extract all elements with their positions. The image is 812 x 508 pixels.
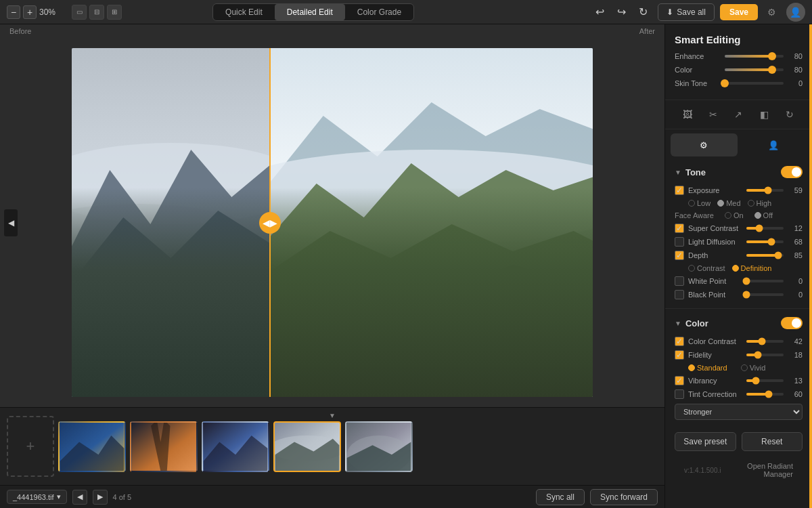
tint-correction-checkbox[interactable]	[675, 389, 684, 399]
radio-low[interactable]: Low	[688, 199, 710, 207]
exposure-value: 59	[788, 186, 803, 194]
tab-quick-edit[interactable]: Quick Edit	[213, 4, 275, 20]
zoom-out-button[interactable]: −	[7, 5, 20, 19]
radio-standard[interactable]: Standard	[688, 364, 727, 372]
white-point-checkbox[interactable]	[675, 276, 684, 286]
fidelity-slider[interactable]	[746, 354, 784, 356]
color-smart-value: 80	[788, 66, 803, 74]
add-image-button[interactable]: +	[7, 416, 54, 477]
redo-button[interactable]: ↪	[612, 3, 631, 22]
thumbnail-2[interactable]	[130, 421, 198, 472]
grid-view-icon[interactable]: ⊞	[107, 5, 122, 20]
tint-correction-label: Tint Correction	[688, 390, 742, 398]
single-view-icon[interactable]: ▭	[72, 5, 87, 20]
fidelity-label: Fidelity	[688, 351, 742, 359]
radio-definition[interactable]: Definition	[732, 264, 772, 272]
light-diffusion-label: Light Diffusion	[688, 238, 742, 246]
color-smart-slider[interactable]	[725, 68, 784, 71]
light-diffusion-checkbox[interactable]	[675, 237, 684, 247]
radio-high[interactable]: High	[748, 199, 772, 207]
color-section-header[interactable]: ▼ Color	[665, 312, 812, 335]
radio-contrast-dot	[688, 265, 695, 272]
filmstrip-collapse-arrow[interactable]: ▼	[329, 412, 336, 419]
svg-marker-4	[72, 211, 270, 397]
vibrancy-label: Vibrancy	[688, 377, 742, 385]
svg-marker-8	[270, 102, 593, 285]
strength-dropdown[interactable]: Stronger	[675, 404, 803, 420]
tone-section-header[interactable]: ▼ Tone	[665, 161, 812, 184]
right-panel: Smart Editing Enhance 80 Color 80	[664, 24, 812, 508]
color-toggle-knob	[792, 318, 801, 328]
before-label: Before	[9, 27, 31, 35]
skin-tone-slider[interactable]	[725, 82, 784, 85]
face-aware-off[interactable]: Off	[754, 211, 773, 219]
panel-collapse-button[interactable]: ◀	[4, 209, 18, 236]
split-image-view: ◀▶	[72, 48, 593, 397]
zoom-controls: − + 30%	[7, 5, 64, 19]
depth-radio-row: Contrast Definition	[665, 262, 812, 274]
radio-standard-label: Standard	[697, 364, 727, 372]
sync-forward-button[interactable]: Sync forward	[590, 489, 658, 505]
light-diffusion-slider[interactable]	[746, 240, 784, 243]
settings-icon[interactable]: ⚙	[763, 3, 781, 21]
color-toggle[interactable]	[781, 317, 803, 329]
tab-detailed-edit[interactable]: Detailed Edit	[275, 4, 345, 20]
face-aware-label: Face Aware	[675, 211, 714, 219]
tone-toggle[interactable]	[781, 166, 803, 178]
sync-icon[interactable]: ↻	[781, 106, 798, 123]
prev-image-button[interactable]: ◀	[72, 490, 87, 505]
enhance-value: 80	[788, 52, 803, 60]
tab-portrait[interactable]: 👤	[740, 133, 807, 156]
main-area: Before After ◀	[0, 24, 812, 508]
undo-button[interactable]: ↩	[590, 3, 609, 22]
refresh-button[interactable]: ↻	[633, 3, 652, 22]
split-view-icon[interactable]: ⊟	[89, 5, 104, 20]
radio-vivid[interactable]: Vivid	[741, 364, 766, 372]
black-point-checkbox[interactable]	[675, 290, 684, 299]
crop-icon[interactable]: ✂	[704, 106, 722, 123]
image-icon[interactable]: 🖼	[679, 106, 696, 123]
vibrancy-slider[interactable]	[746, 379, 784, 382]
radio-low-dot	[688, 200, 695, 207]
thumbnail-4[interactable]	[273, 421, 341, 472]
export-icon[interactable]: ↗	[729, 106, 747, 123]
save-all-button[interactable]: ⬇ Save all	[658, 3, 715, 21]
before-image	[72, 48, 270, 397]
sync-all-button[interactable]: Sync all	[536, 489, 585, 505]
zoom-in-button[interactable]: +	[23, 5, 37, 19]
depth-checkbox[interactable]: ✓	[675, 251, 684, 260]
color-contrast-checkbox[interactable]: ✓	[675, 337, 684, 346]
smart-edit-section: Enhance 80 Color 80 Skin Tone	[665, 52, 812, 100]
save-button[interactable]: Save	[720, 4, 758, 20]
panel-title: Smart Editing	[665, 24, 812, 52]
exposure-slider[interactable]	[746, 189, 784, 192]
save-preset-button[interactable]: Save preset	[675, 432, 736, 451]
fidelity-checkbox[interactable]: ✓	[675, 350, 684, 360]
super-contrast-checkbox[interactable]: ✓	[675, 224, 684, 233]
thumbnail-1[interactable]	[58, 421, 126, 472]
enhance-slider[interactable]	[725, 55, 784, 58]
radio-med[interactable]: Med	[717, 199, 740, 207]
depth-slider[interactable]	[746, 254, 784, 257]
black-point-slider[interactable]	[746, 293, 784, 296]
thumbnail-5[interactable]	[345, 421, 413, 472]
avatar[interactable]: 👤	[786, 3, 805, 22]
thumbnail-3[interactable]	[202, 421, 269, 472]
compare-icon[interactable]: ◧	[755, 106, 773, 123]
face-aware-on[interactable]: On	[725, 211, 744, 219]
color-contrast-slider[interactable]	[746, 340, 784, 343]
skin-tone-value: 0	[788, 79, 803, 87]
next-image-button[interactable]: ▶	[93, 490, 108, 505]
tint-correction-slider[interactable]	[746, 393, 784, 396]
radio-contrast[interactable]: Contrast	[688, 264, 725, 272]
open-radiant-button[interactable]: Open Radiant Manager	[730, 459, 803, 481]
vibrancy-checkbox[interactable]: ✓	[675, 376, 684, 385]
reset-button[interactable]: Reset	[742, 432, 803, 451]
tab-adjustments[interactable]: ⚙	[671, 133, 738, 156]
tab-color-grade[interactable]: Color Grade	[345, 4, 413, 20]
exposure-checkbox[interactable]: ✓	[675, 186, 684, 195]
split-handle[interactable]: ◀▶	[259, 212, 281, 234]
file-selector[interactable]: _4441963.tif ▾	[7, 490, 67, 504]
super-contrast-slider[interactable]	[746, 227, 784, 230]
white-point-slider[interactable]	[746, 280, 784, 282]
